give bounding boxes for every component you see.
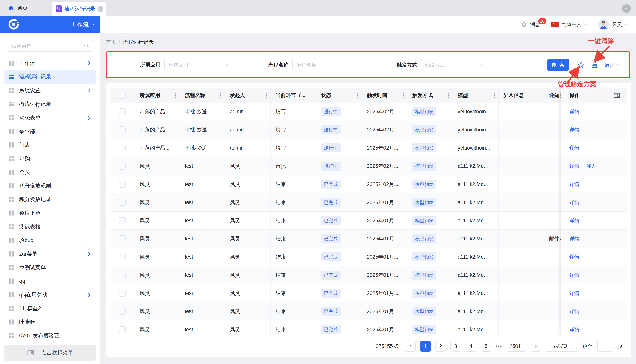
sidebar-item-14[interactable]: zar菜单 — [4, 247, 96, 261]
row-checkbox[interactable] — [119, 199, 126, 206]
detail-link[interactable]: 详情 — [569, 254, 579, 260]
sidebar-item-12[interactable]: 测试表格 — [4, 220, 96, 234]
sidebar-search — [7, 40, 93, 52]
detail-link[interactable]: 详情 — [569, 217, 579, 224]
filter-trigger-select[interactable]: 触发方式 — [421, 59, 489, 71]
prev-page-button[interactable] — [405, 341, 416, 352]
close-icon[interactable]: ✕ — [98, 6, 103, 12]
cell-text: test — [185, 236, 193, 242]
table-scrollbar[interactable] — [626, 88, 631, 336]
sidebar-item-0[interactable]: 工作流 — [4, 56, 96, 70]
row-checkbox[interactable] — [119, 254, 126, 260]
sidebar-item-4[interactable]: 动态表单 — [4, 111, 96, 124]
cell-text: a111.k2.Mo... — [458, 290, 488, 296]
row-checkbox[interactable] — [119, 163, 126, 170]
sidebar-item-8[interactable]: 会员 — [4, 165, 96, 179]
detail-link[interactable]: 详情 — [569, 235, 579, 242]
page-button-2[interactable]: 2 — [435, 341, 446, 352]
detail-link[interactable]: 详情 — [569, 126, 579, 133]
sidebar-item-13[interactable]: 验bug — [4, 234, 96, 247]
column-menu-icon[interactable] — [264, 92, 269, 98]
pinned-row: 详情 — [561, 193, 619, 212]
tab-overflow-button[interactable] — [622, 4, 631, 13]
row-checkbox[interactable] — [119, 235, 126, 242]
detail-link[interactable]: 详情 — [569, 108, 579, 115]
sidebar-item-17[interactable]: qsj在用勿动 — [4, 288, 96, 302]
urge-link[interactable]: 催办 — [586, 163, 596, 170]
sidebar-item-11[interactable]: 邀请下单 — [4, 206, 96, 220]
row-checkbox[interactable] — [119, 217, 126, 224]
row-checkbox[interactable] — [119, 272, 126, 278]
collapse-menu-button[interactable]: 点击收起菜单 — [4, 345, 96, 360]
row-checkbox[interactable] — [119, 326, 126, 333]
sidebar-item-16[interactable]: qq — [4, 274, 96, 288]
column-menu-icon[interactable] — [492, 92, 496, 98]
filter-name-input[interactable] — [292, 59, 366, 71]
sidebar-item-15[interactable]: zz测试菜单 — [4, 261, 96, 274]
cell-model: a111.k2.Mo... — [453, 230, 499, 248]
breadcrumb-home[interactable]: 首页 — [106, 38, 116, 46]
row-checkbox[interactable] — [119, 108, 126, 115]
page-size-select[interactable]: 15 条/页 — [546, 341, 578, 352]
avatar[interactable] — [598, 19, 609, 30]
chevron-down-icon[interactable] — [583, 22, 587, 26]
detail-link[interactable]: 详情 — [569, 199, 579, 206]
column-header-label: 状态 — [321, 92, 331, 99]
row-checkbox[interactable] — [119, 126, 126, 133]
column-menu-icon[interactable] — [538, 92, 542, 98]
sidebar-item-20[interactable]: 0701 发布后验证 — [4, 329, 96, 342]
detail-link[interactable]: 详情 — [569, 181, 579, 188]
column-menu-icon[interactable] — [174, 92, 178, 98]
user-name[interactable]: 风灵 — [612, 21, 622, 28]
select-all-checkbox[interactable] — [119, 92, 126, 99]
language-label[interactable]: 简体中文 — [562, 21, 582, 28]
next-page-button[interactable] — [530, 341, 541, 352]
column-menu-icon[interactable] — [446, 92, 451, 98]
menu-search-input[interactable] — [9, 43, 84, 49]
detail-link[interactable]: 详情 — [569, 163, 579, 170]
sidebar-item-19[interactable]: 咔咔咔 — [4, 315, 96, 329]
chevron-down-icon[interactable] — [624, 22, 628, 26]
sidebar-item-18[interactable]: 111模型2 — [4, 302, 96, 315]
clear-filters-icon[interactable] — [591, 61, 599, 69]
sidebar-item-6[interactable]: 门店 — [4, 138, 96, 152]
page-button-4[interactable]: 4 — [466, 341, 476, 352]
tab-home[interactable]: 首页 — [8, 0, 28, 16]
sidebar-item-9[interactable]: 积分发放规则 — [4, 179, 96, 192]
page-button-1[interactable]: 1 — [420, 341, 431, 352]
sidebar-item-2[interactable]: 系统设置 — [4, 84, 96, 97]
sidebar-item-1[interactable]: 流程运行记录 — [4, 70, 96, 84]
detail-link[interactable]: 详情 — [569, 144, 579, 151]
row-checkbox[interactable] — [119, 290, 126, 297]
cell-text: a111.k2.Mo... — [458, 182, 488, 187]
page-button-5[interactable]: 5 — [481, 341, 491, 352]
detail-link[interactable]: 详情 — [569, 326, 579, 333]
sidebar-item-10[interactable]: 积分发放记录 — [4, 192, 96, 206]
row-checkbox[interactable] — [119, 144, 126, 151]
column-settings-icon[interactable] — [613, 92, 620, 99]
tab-active[interactable]: 流程运行记录 ✕ — [52, 2, 106, 16]
favorite-filter-icon[interactable] — [577, 61, 585, 69]
messages-button[interactable]: 消息 16 — [521, 21, 540, 28]
detail-link[interactable]: 详情 — [569, 308, 579, 315]
page-ellipsis[interactable]: ••• — [496, 344, 502, 349]
cell-status: 已完成 — [316, 193, 362, 212]
last-page-button[interactable]: 25011 — [507, 341, 526, 352]
sidebar-item-5[interactable]: 事业部 — [4, 124, 96, 138]
detail-link[interactable]: 详情 — [569, 290, 579, 297]
jump-page-input[interactable] — [597, 341, 613, 352]
column-menu-icon[interactable] — [219, 92, 223, 98]
sidebar-item-7[interactable]: 导购 — [4, 152, 96, 165]
sidebar-item-3[interactable]: 微流运行记录 — [4, 97, 96, 111]
column-menu-icon[interactable] — [401, 92, 405, 98]
row-checkbox[interactable] — [119, 308, 126, 315]
product-switcher[interactable]: 工作流 — [71, 20, 95, 28]
column-menu-icon[interactable] — [310, 92, 314, 98]
search-button[interactable]: 搜 索 — [547, 59, 569, 71]
filter-app-select[interactable]: 所属应用 — [164, 59, 232, 71]
column-menu-icon[interactable] — [356, 92, 360, 98]
detail-link[interactable]: 详情 — [569, 272, 579, 278]
row-checkbox[interactable] — [119, 181, 126, 188]
page-button-3[interactable]: 3 — [450, 341, 461, 352]
expand-filters-button[interactable]: 展开 — [604, 62, 620, 68]
